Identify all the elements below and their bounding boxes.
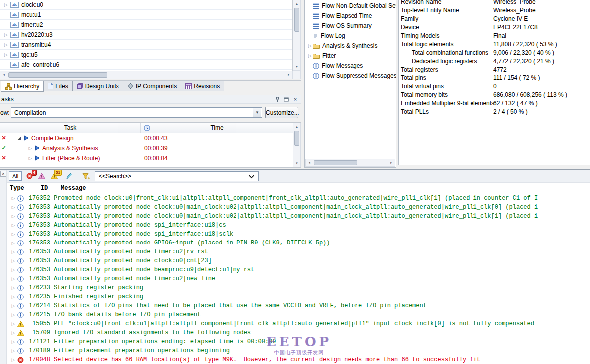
- expand-arrow-icon[interactable]: ▷: [10, 258, 17, 263]
- scroll-thumb[interactable]: [294, 131, 299, 146]
- expand-arrow-icon[interactable]: ▷: [3, 42, 9, 47]
- message-row[interactable]: ▷171121Fitter preparation operations end…: [7, 337, 590, 346]
- message-row[interactable]: ▷176215I/O bank details before I/O pin p…: [7, 310, 590, 319]
- scroll-up-icon[interactable]: ▴: [293, 123, 300, 130]
- close-icon[interactable]: ×: [291, 96, 299, 103]
- scroll-down-icon[interactable]: ▾: [293, 160, 300, 167]
- scroll-down-icon[interactable]: ▾: [293, 63, 300, 70]
- expand-arrow-icon[interactable]: ▷: [10, 294, 17, 299]
- expand-arrow-icon[interactable]: ▷: [10, 205, 17, 210]
- expand-arrow-icon[interactable]: ▷: [27, 146, 33, 151]
- expand-arrow-icon[interactable]: ◢: [16, 136, 22, 140]
- expand-arrow-icon[interactable]: ▷: [10, 214, 17, 219]
- message-row[interactable]: ▷15709Ignored I/O standard assignments t…: [7, 328, 590, 337]
- tasks-vscrollbar[interactable]: ▴ ▾: [293, 123, 301, 167]
- task-row[interactable]: ✕▷Fitter (Place & Route)00:00:04: [0, 153, 301, 163]
- tab-files[interactable]: Files: [43, 81, 72, 91]
- tab-ip-components[interactable]: IP Components: [123, 81, 182, 91]
- expand-arrow-icon[interactable]: ▷: [10, 276, 17, 281]
- expand-arrow-icon[interactable]: ▷: [10, 223, 17, 228]
- customize-button[interactable]: Customize...: [265, 107, 298, 118]
- expand-arrow-icon[interactable]: ▷: [10, 348, 17, 353]
- message-row[interactable]: ▷176353Automatically promoted node beamp…: [7, 265, 590, 274]
- message-row[interactable]: ▷176352Promoted node clock:u0|front_clk:…: [7, 194, 590, 203]
- expand-arrow-icon[interactable]: ▷: [10, 267, 17, 272]
- message-row[interactable]: ▷176353Automatically promoted node GPIO6…: [7, 239, 590, 247]
- scroll-thumb[interactable]: [8, 72, 107, 78]
- message-row[interactable]: ▷176353Automatically promoted node timer…: [7, 247, 590, 256]
- hierarchy-item[interactable]: abcmcu:u1: [0, 10, 292, 20]
- message-row[interactable]: ▷176353Automatically promoted node clock…: [7, 203, 590, 212]
- tab-hierarchy[interactable]: Hierarchy: [1, 81, 44, 92]
- message-row[interactable]: ▷176214Statistics of I/O pins that need …: [7, 301, 590, 310]
- expand-arrow-icon[interactable]: ▷: [10, 357, 17, 362]
- report-toc-item[interactable]: Flow Messages: [305, 61, 396, 71]
- pin-icon[interactable]: [273, 96, 281, 103]
- flow-combobox[interactable]: Compilation ▼: [11, 107, 262, 118]
- scroll-right-icon[interactable]: ▸: [285, 71, 292, 78]
- hierarchy-item[interactable]: abctimer:u2: [0, 20, 292, 30]
- hierarchy-item[interactable]: ▷abchv20220:u3: [0, 30, 292, 40]
- expand-arrow-icon[interactable]: ▷: [10, 312, 17, 317]
- hierarchy-item[interactable]: ▷abctgc:u5: [0, 50, 292, 60]
- scroll-thumb[interactable]: [294, 8, 299, 32]
- expand-arrow-icon[interactable]: ▷: [10, 196, 17, 201]
- expand-arrow-icon[interactable]: ▷: [10, 249, 17, 254]
- report-toc-item[interactable]: Flow Suppressed Messages: [305, 71, 396, 81]
- message-row[interactable]: ▷176233Starting register packing: [7, 283, 590, 292]
- chevron-down-icon[interactable]: ▼: [253, 108, 261, 117]
- message-row[interactable]: ▷176353Automatically promoted node clock…: [7, 212, 590, 221]
- hierarchy-item[interactable]: ▷abctransmit:u4: [0, 40, 292, 50]
- message-row[interactable]: ▷170189Fitter placement preparation oper…: [7, 346, 590, 355]
- close-icon[interactable]: ×: [0, 171, 6, 177]
- report-toc-item[interactable]: ▷Fitter: [305, 51, 396, 61]
- task-row[interactable]: ✓▷Analysis & Synthesis00:00:39: [0, 143, 301, 153]
- search-combobox[interactable]: <<Search>>: [95, 171, 259, 181]
- message-row[interactable]: ▷176353Automatically promoted node spi_i…: [7, 230, 590, 239]
- task-row[interactable]: ✕◢Compile Design00:00:43: [0, 133, 301, 143]
- float-icon[interactable]: [282, 96, 290, 103]
- expand-arrow-icon[interactable]: ▷: [3, 32, 9, 37]
- scroll-up-icon[interactable]: ▴: [293, 0, 300, 7]
- scroll-thumb[interactable]: [314, 160, 357, 165]
- report-toc-item[interactable]: Flow Log: [305, 31, 396, 41]
- tab-design-units[interactable]: Design Units: [72, 81, 123, 91]
- expand-arrow-icon[interactable]: ▷: [10, 241, 17, 245]
- filter-errors-button[interactable]: 4: [24, 171, 34, 181]
- expand-arrow-icon[interactable]: ▷: [307, 43, 313, 48]
- message-row[interactable]: ▷176353Automatically promoted node spi_i…: [7, 221, 590, 230]
- filter-critical-warnings-button[interactable]: [37, 171, 47, 181]
- report-toc-item[interactable]: Flow Elapsed Time: [305, 11, 396, 21]
- expand-arrow-icon[interactable]: ▷: [10, 321, 17, 326]
- expand-arrow-icon[interactable]: ▷: [10, 285, 17, 290]
- scroll-left-icon[interactable]: ◂: [0, 71, 7, 78]
- expand-arrow-icon[interactable]: ▷: [3, 2, 9, 7]
- column-header-task[interactable]: Task: [0, 123, 141, 133]
- message-row[interactable]: ▷176353Automatically promoted node clock…: [7, 256, 590, 265]
- report-toc-item[interactable]: Flow OS Summary: [305, 21, 396, 31]
- expand-arrow-icon[interactable]: ▷: [10, 303, 17, 308]
- report-hscrollbar[interactable]: ◂ ▸: [305, 159, 395, 167]
- message-row[interactable]: ▷176353Automatically promoted node timer…: [7, 274, 590, 283]
- report-toc-item[interactable]: ▷Analysis & Synthesis: [305, 41, 396, 51]
- message-row[interactable]: ▷170048Selected device has 66 RAM locati…: [7, 355, 590, 364]
- hierarchy-item[interactable]: ▷abcclock:u0: [0, 0, 292, 10]
- expand-arrow-icon[interactable]: ▷: [10, 330, 17, 335]
- message-row[interactable]: ▷176235Finished register packing: [7, 292, 590, 301]
- expand-arrow-icon[interactable]: ▷: [10, 232, 17, 237]
- message-row[interactable]: ▷15055PLL "clock:u0|front_clk:u1|altpll:…: [7, 319, 590, 328]
- report-toc-item[interactable]: Flow Non-Default Global Setti: [305, 1, 396, 11]
- scroll-right-icon[interactable]: ▸: [388, 159, 395, 166]
- chevron-down-icon[interactable]: [248, 175, 255, 179]
- expand-arrow-icon[interactable]: ▷: [307, 53, 313, 58]
- hierarchy-hscrollbar[interactable]: ◂ ▸: [0, 71, 293, 79]
- filter-warnings-button[interactable]: 51: [49, 171, 59, 181]
- expand-arrow-icon[interactable]: ▷: [3, 52, 9, 57]
- hierarchy-item[interactable]: abcafe_control:u6: [0, 60, 292, 70]
- filter-funnel-button[interactable]: [81, 171, 91, 181]
- expand-arrow-icon[interactable]: ▷: [10, 339, 17, 344]
- column-header-time[interactable]: Time: [141, 123, 293, 133]
- edit-filter-button[interactable]: [64, 171, 74, 181]
- scroll-left-icon[interactable]: ◂: [306, 159, 313, 166]
- filter-all-button[interactable]: All: [9, 171, 22, 181]
